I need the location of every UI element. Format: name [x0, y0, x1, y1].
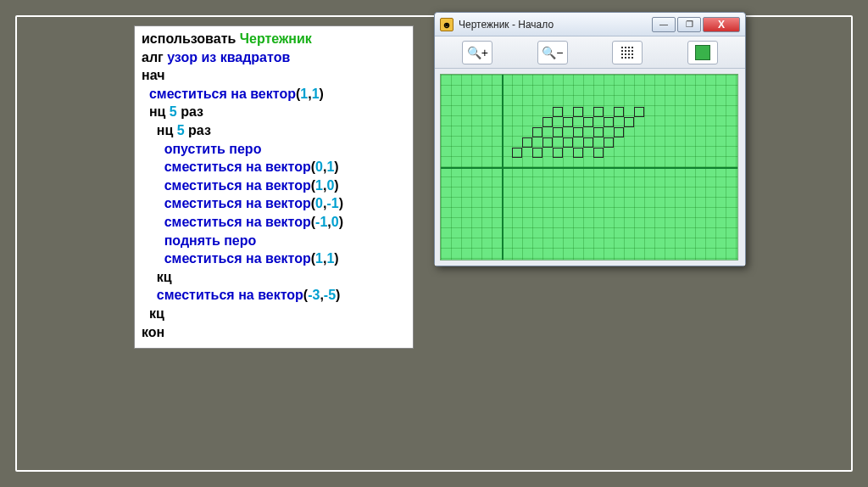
code-line: использовать Чертежник	[142, 30, 406, 48]
drawn-square	[604, 137, 614, 148]
drawn-square	[583, 117, 593, 127]
code-line: сместиться на вектор(1,1)	[142, 249, 406, 268]
zoom-out-button[interactable]: 🔍−	[537, 41, 568, 64]
minimize-button[interactable]: —	[652, 17, 676, 32]
code-line: нц 5 раз	[142, 121, 406, 140]
drawn-square	[522, 137, 532, 148]
code-token: )	[334, 178, 338, 193]
drawn-square	[553, 148, 563, 158]
code-token: 0	[315, 196, 323, 210]
code-token: )	[320, 87, 324, 101]
drawn-square	[512, 148, 522, 158]
code-token: поднять перо	[164, 233, 257, 248]
toolbar: 🔍+ 🔍−	[435, 36, 745, 69]
code-token	[142, 288, 157, 302]
grid-icon	[620, 46, 634, 59]
code-line: сместиться на вектор(-3,-5)	[142, 286, 406, 305]
code-line: опустить перо	[142, 140, 406, 159]
code-line: кц	[142, 305, 406, 323]
code-token	[142, 196, 164, 210]
drawn-square	[604, 117, 614, 127]
window-title: Чертежник - Начало	[459, 19, 652, 31]
zoom-in-button[interactable]: 🔍+	[462, 41, 492, 64]
code-token: 0	[326, 178, 334, 193]
close-button[interactable]: X	[703, 17, 740, 32]
drawn-square	[553, 127, 563, 137]
code-token: 0	[315, 160, 323, 174]
fill-button[interactable]	[687, 41, 718, 64]
drawn-square	[593, 148, 604, 158]
code-token: Чертежник	[240, 31, 312, 46]
code-token: сместиться на вектор	[164, 251, 311, 266]
code-token	[142, 142, 164, 156]
code-line: кц	[142, 268, 406, 287]
code-line: сместиться на вектор(-1,0)	[142, 213, 406, 232]
code-listing: использовать Чертежникалг узор из квадра…	[134, 25, 414, 349]
code-token: 1	[326, 251, 334, 266]
code-token: -1	[326, 196, 338, 210]
code-token: нц	[149, 104, 170, 119]
code-line: поднять перо	[142, 232, 406, 250]
drawing-canvas[interactable]	[440, 74, 738, 260]
zoom-out-icon: 🔍−	[542, 46, 563, 59]
code-token: нач	[142, 68, 164, 82]
code-token	[142, 178, 164, 193]
code-token	[142, 123, 157, 137]
code-token: 1	[315, 251, 323, 266]
drawn-square	[573, 148, 583, 158]
code-token: кц	[149, 306, 164, 321]
code-line: сместиться на вектор(1,1)	[142, 85, 406, 104]
code-token: )	[339, 196, 343, 210]
drawn-square	[542, 117, 553, 127]
drawn-square	[624, 117, 634, 127]
drawn-square	[593, 107, 604, 117]
code-line: кон	[142, 323, 406, 342]
code-token	[142, 87, 149, 101]
code-token: )	[336, 288, 340, 302]
code-token: кон	[142, 325, 164, 339]
code-token: сместиться на вектор	[164, 196, 311, 210]
window-controls: — ❐ X	[652, 17, 740, 32]
code-token: -5	[324, 288, 336, 302]
drawer-window: ☻ Чертежник - Начало — ❐ X 🔍+ 🔍−	[434, 12, 746, 266]
code-token: )	[334, 251, 338, 266]
maximize-button[interactable]: ❐	[677, 17, 701, 32]
drawn-square	[634, 107, 644, 117]
code-token: 5	[170, 104, 177, 119]
drawn-square	[553, 107, 563, 117]
code-token: опустить перо	[164, 142, 262, 156]
drawn-square	[563, 117, 573, 127]
code-token	[142, 160, 164, 174]
code-token: )	[334, 160, 338, 174]
code-token: кц	[157, 270, 172, 284]
x-axis	[441, 167, 737, 169]
code-token: сместиться на вектор	[157, 288, 303, 302]
code-line: сместиться на вектор(0,-1)	[142, 194, 406, 213]
code-token	[142, 233, 164, 248]
code-token: нц	[157, 123, 177, 137]
titlebar[interactable]: ☻ Чертежник - Начало — ❐ X	[435, 13, 745, 36]
code-token	[142, 306, 149, 321]
drawn-square	[563, 137, 573, 148]
drawn-square	[583, 137, 593, 148]
code-token: сместиться на вектор	[164, 215, 311, 229]
canvas-wrap	[435, 69, 745, 266]
code-token: 5	[177, 123, 185, 137]
y-axis	[502, 75, 504, 260]
drawn-square	[542, 137, 553, 148]
code-token: раз	[177, 104, 203, 119]
code-token: -3	[308, 288, 320, 302]
code-token	[142, 251, 164, 266]
code-token	[142, 104, 149, 119]
grid-toggle-button[interactable]	[612, 41, 643, 64]
code-line: сместиться на вектор(0,1)	[142, 158, 406, 176]
drawn-square	[532, 127, 542, 137]
code-token: 1	[312, 87, 320, 101]
code-token	[142, 270, 157, 284]
code-token: -1	[315, 215, 327, 229]
code-line: алг узор из квадратов	[142, 48, 406, 67]
code-token: узор из квадратов	[167, 50, 290, 64]
code-line: нач	[142, 66, 406, 85]
code-token: сместиться на вектор	[149, 87, 296, 101]
code-token: 1	[300, 87, 308, 101]
